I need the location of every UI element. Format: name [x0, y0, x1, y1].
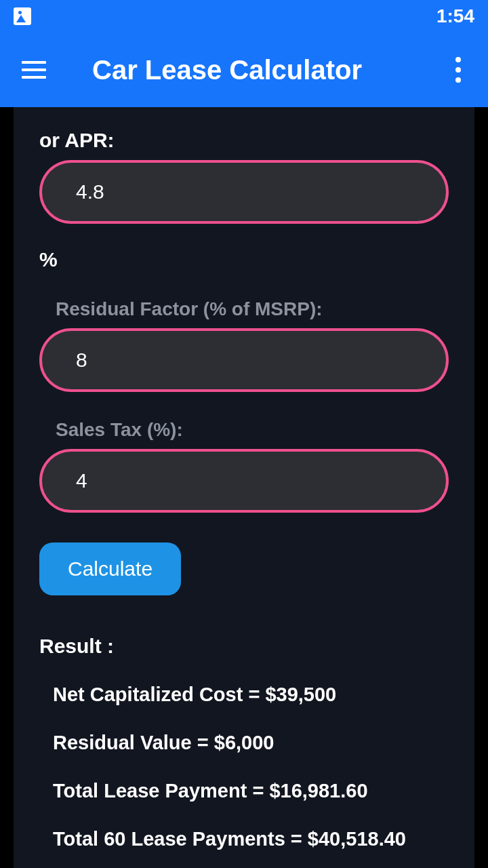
- app-bar: Car Lease Calculator: [0, 33, 488, 107]
- status-bar: 1:54: [0, 0, 488, 33]
- result-residual-value: Residual Value = $6,000: [53, 732, 449, 754]
- result-heading: Result :: [39, 635, 449, 658]
- sales-tax-input[interactable]: [39, 449, 449, 513]
- status-time: 1:54: [436, 5, 474, 27]
- content-area: or APR: % Residual Factor (% of MSRP): S…: [14, 107, 474, 868]
- sales-tax-label: Sales Tax (%):: [56, 419, 449, 441]
- app-title: Car Lease Calculator: [92, 55, 362, 85]
- image-icon: [14, 7, 31, 25]
- result-total-lease-payment: Total Lease Payment = $16,981.60: [53, 780, 449, 802]
- residual-factor-input[interactable]: [39, 328, 449, 392]
- hamburger-menu-icon[interactable]: [22, 61, 46, 79]
- result-net-capitalized-cost: Net Capitalized Cost = $39,500: [53, 684, 449, 706]
- more-vertical-icon[interactable]: [450, 52, 466, 88]
- apr-label: or APR:: [39, 129, 449, 152]
- apr-input[interactable]: [39, 160, 449, 224]
- percent-symbol-label: %: [39, 248, 449, 271]
- residual-factor-label: Residual Factor (% of MSRP):: [56, 298, 449, 320]
- result-total-60-lease-payments: Total 60 Lease Payments = $40,518.40: [53, 828, 449, 850]
- calculate-button[interactable]: Calculate: [39, 542, 181, 595]
